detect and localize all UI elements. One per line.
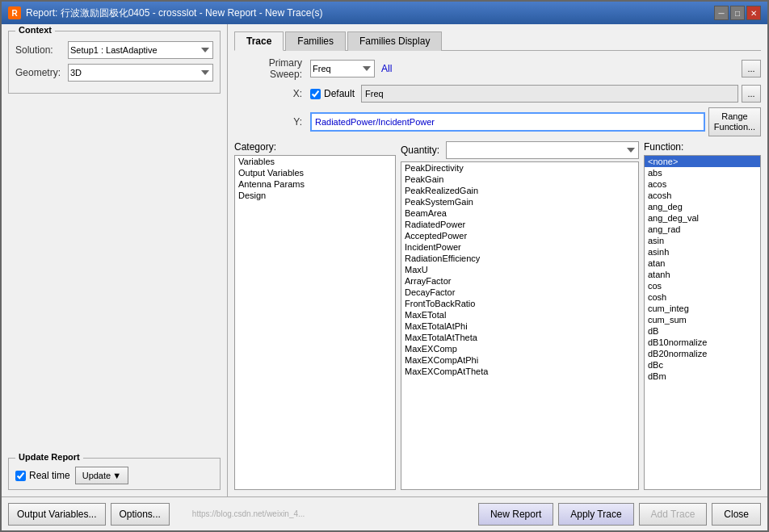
list-item[interactable]: Output Variables (235, 167, 395, 178)
y-row: Y: RadiatedPower/IncidentPower Range Fun… (234, 107, 761, 136)
list-item[interactable]: MaxEXComp (401, 343, 638, 354)
geometry-row: Geometry: 3D (15, 64, 213, 82)
update-button[interactable]: Update ▼ (75, 467, 128, 484)
x-label: X: (234, 88, 307, 99)
list-item[interactable]: atan (645, 258, 760, 269)
list-item[interactable]: MaxETotalAtPhi (401, 320, 638, 332)
list-item[interactable]: dB10normalize (645, 337, 760, 348)
bottom-bar: Output Variables... Options... https://b… (2, 496, 767, 530)
add-trace-button[interactable]: Add Trace (639, 503, 708, 526)
list-item[interactable]: Variables (235, 156, 395, 167)
real-time-checkbox[interactable] (15, 471, 26, 481)
quantity-column: Quantity: PeakDirectivity PeakGain PeakR… (401, 141, 639, 490)
solution-row: Solution: Setup1 : LastAdaptive (15, 41, 213, 59)
list-item[interactable]: MaxETotal (401, 309, 638, 320)
list-item[interactable]: IncidentPower (401, 241, 638, 253)
title-bar: R Report: 行波激励圆极化0405 - crossslot - New … (2, 2, 767, 24)
list-item[interactable]: dB (645, 325, 760, 337)
category-listbox[interactable]: Variables Output Variables Antenna Param… (234, 155, 396, 490)
close-button[interactable]: Close (712, 503, 761, 526)
quantity-filter-select[interactable] (446, 141, 639, 159)
new-report-button[interactable]: New Report (478, 503, 553, 526)
y-value-input[interactable]: RadiatedPower/IncidentPower (310, 112, 705, 132)
list-item[interactable]: asin (645, 235, 760, 246)
list-item[interactable]: RadiationEfficiency (401, 253, 638, 264)
list-item[interactable]: cos (645, 280, 760, 291)
all-link[interactable]: All (381, 63, 392, 74)
list-item[interactable]: <none> (645, 156, 760, 167)
tab-trace[interactable]: Trace (234, 31, 284, 51)
solution-label: Solution: (15, 44, 68, 56)
list-item[interactable]: AcceptedPower (401, 230, 638, 241)
function-header: Function: (644, 141, 761, 153)
x-dots-button[interactable]: ... (742, 85, 761, 103)
list-item[interactable]: cum_sum (645, 314, 760, 325)
list-item[interactable]: PeakGain (401, 174, 638, 185)
function-listbox[interactable]: <none> abs acos acosh ang_deg ang_deg_va… (644, 155, 761, 490)
list-item[interactable]: MaxETotalAtTheta (401, 332, 638, 343)
list-item[interactable]: cosh (645, 291, 760, 303)
list-item[interactable]: dBm (645, 371, 760, 382)
category-header: Category: (234, 141, 396, 153)
solution-select[interactable]: Setup1 : LastAdaptive (68, 41, 213, 59)
category-label: Category: (234, 141, 276, 153)
list-item[interactable]: dB20normalize (645, 348, 760, 359)
primary-sweep-select[interactable]: Freq (310, 60, 375, 77)
title-controls: ─ □ ✕ (714, 6, 761, 20)
list-item[interactable]: dBc (645, 359, 760, 371)
close-window-button[interactable]: ✕ (746, 6, 761, 20)
list-item[interactable]: PeakRealizedGain (401, 185, 638, 196)
primary-sweep-dots-button[interactable]: ... (742, 60, 761, 77)
list-item[interactable]: ang_deg (645, 201, 760, 212)
output-variables-button[interactable]: Output Variables... (8, 503, 106, 526)
list-item[interactable]: MaxEXCompAtPhi (401, 354, 638, 366)
context-label: Context (15, 25, 55, 35)
list-item[interactable]: PeakSystemGain (401, 196, 638, 207)
list-item[interactable]: RadiatedPower (401, 219, 638, 230)
list-item[interactable]: cum_integ (645, 303, 760, 314)
list-item[interactable]: acosh (645, 190, 760, 201)
x-row: X: Default Freq ... (234, 85, 761, 103)
options-button[interactable]: Options... (111, 503, 170, 526)
x-value-input[interactable]: Freq (361, 85, 738, 103)
list-item[interactable]: atanh (645, 269, 760, 280)
list-item[interactable]: ArrayFactor (401, 275, 638, 287)
quantity-listbox[interactable]: PeakDirectivity PeakGain PeakRealizedGai… (401, 161, 639, 490)
trace-content: Primary Sweep: Freq All ... X: Default F… (234, 57, 761, 490)
minimize-button[interactable]: ─ (714, 6, 729, 20)
apply-trace-button[interactable]: Apply Trace (558, 503, 633, 526)
tab-families-display[interactable]: Families Display (347, 31, 442, 51)
geometry-label: Geometry: (15, 67, 68, 78)
update-report-label: Update Report (15, 452, 83, 462)
list-item[interactable]: Antenna Params (235, 178, 395, 190)
x-default-checkbox[interactable] (310, 89, 321, 99)
list-item[interactable]: MaxU (401, 264, 638, 275)
list-item[interactable]: MaxEXCompAtTheta (401, 366, 638, 377)
list-item[interactable]: PeakDirectivity (401, 162, 638, 174)
tab-families[interactable]: Families (285, 31, 346, 51)
list-item[interactable]: FrontToBackRatio (401, 298, 638, 309)
primary-sweep-label: Primary Sweep: (234, 57, 307, 80)
window-title: Report: 行波激励圆极化0405 - crossslot - New Re… (26, 6, 322, 20)
lists-section: Category: Variables Output Variables Ant… (234, 141, 761, 490)
maximize-button[interactable]: □ (730, 6, 745, 20)
category-column: Category: Variables Output Variables Ant… (234, 141, 396, 490)
tabs-bar: Trace Families Families Display (234, 31, 761, 51)
list-item[interactable]: asinh (645, 246, 760, 258)
list-item[interactable]: Design (235, 190, 395, 201)
real-time-label[interactable]: Real time (15, 470, 70, 481)
list-item[interactable]: ang_deg_val (645, 212, 760, 224)
right-panel: Trace Families Families Display Primary … (228, 24, 767, 496)
list-item[interactable]: BeamArea (401, 207, 638, 219)
watermark: https://blog.csdn.net/weixin_4... (192, 509, 305, 518)
range-function-button[interactable]: Range Function... (708, 107, 761, 136)
y-label: Y: (234, 116, 307, 128)
list-item[interactable]: acos (645, 178, 760, 190)
real-time-text: Real time (29, 470, 70, 481)
function-label: Function: (644, 141, 683, 153)
context-group: Context Solution: Setup1 : LastAdaptive … (8, 31, 221, 94)
list-item[interactable]: abs (645, 167, 760, 178)
geometry-select[interactable]: 3D (68, 64, 213, 82)
list-item[interactable]: ang_rad (645, 224, 760, 235)
list-item[interactable]: DecayFactor (401, 287, 638, 298)
